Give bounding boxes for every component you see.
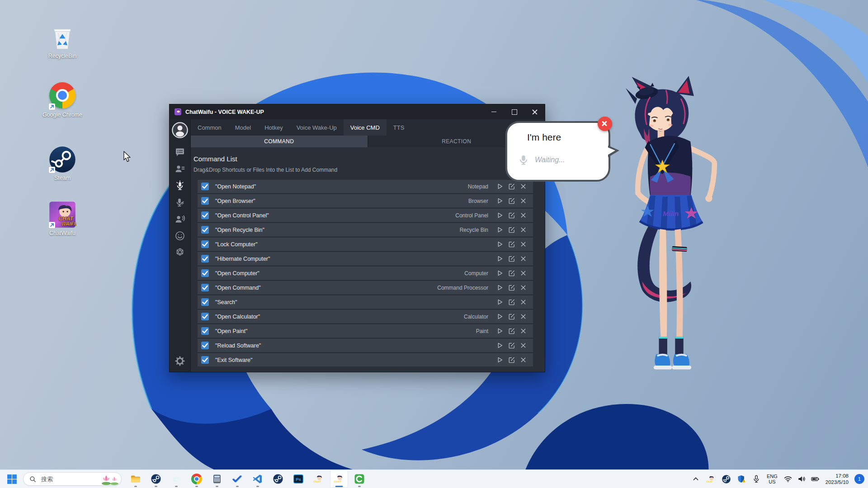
edit-button[interactable] — [505, 340, 517, 351]
delete-button[interactable] — [517, 340, 529, 351]
tab-hotkey[interactable]: Hotkey — [258, 119, 289, 136]
edit-button[interactable] — [505, 210, 517, 221]
play-button[interactable] — [494, 181, 505, 192]
delete-button[interactable] — [517, 181, 529, 192]
edit-button[interactable] — [505, 282, 517, 293]
taskbar-search[interactable] — [23, 472, 122, 486]
tab-voice-wake-up[interactable]: Voice Wake-Up — [290, 119, 344, 136]
delete-button[interactable] — [517, 326, 529, 337]
play-button[interactable] — [494, 196, 505, 206]
edit-button[interactable] — [505, 297, 517, 308]
edit-button[interactable] — [505, 196, 517, 206]
delete-button[interactable] — [517, 210, 529, 221]
edit-button[interactable] — [505, 355, 517, 366]
command-checkbox[interactable] — [201, 356, 209, 364]
delete-button[interactable] — [517, 196, 529, 206]
maximize-button[interactable] — [504, 104, 524, 119]
taskbar-microsoft-todo[interactable] — [228, 470, 246, 488]
delete-button[interactable] — [517, 282, 529, 293]
play-button[interactable] — [494, 326, 505, 337]
taskbar-calculator[interactable] — [208, 470, 226, 488]
edit-button[interactable] — [505, 253, 517, 264]
command-checkbox[interactable] — [201, 255, 209, 263]
edit-button[interactable] — [505, 239, 517, 250]
bubble-close-button[interactable] — [598, 117, 612, 131]
command-checkbox[interactable] — [201, 226, 209, 234]
play-button[interactable] — [494, 253, 505, 264]
command-checkbox[interactable] — [201, 313, 209, 320]
play-button[interactable] — [494, 239, 505, 250]
command-checkbox[interactable] — [201, 269, 209, 277]
language-indicator[interactable]: ENG US — [767, 474, 778, 485]
play-button[interactable] — [494, 297, 505, 308]
start-button[interactable] — [6, 474, 18, 485]
taskbar-file-explorer[interactable] — [127, 470, 145, 488]
desktop-icon-chatwaifu[interactable]: CHATWAIFU ChatWaifu — [40, 201, 85, 237]
search-input[interactable] — [40, 475, 100, 483]
edit-button[interactable] — [505, 181, 517, 192]
chevron-up-icon[interactable] — [691, 474, 700, 483]
desktop-icon-chrome[interactable]: Google Chrome — [40, 81, 85, 118]
command-checkbox[interactable] — [201, 284, 209, 291]
play-button[interactable] — [494, 225, 505, 235]
play-button[interactable] — [494, 355, 505, 366]
taskbar-vscode[interactable] — [249, 470, 267, 488]
microphone-icon[interactable] — [752, 474, 761, 483]
delete-button[interactable] — [517, 225, 529, 235]
openai-icon[interactable] — [175, 247, 185, 258]
window-titlebar[interactable]: ChatWaifu - VOICE WAKE-UP — [170, 104, 545, 119]
mic-wake-icon[interactable] — [175, 180, 185, 191]
command-checkbox[interactable] — [201, 342, 209, 349]
taskbar-chrome[interactable] — [188, 470, 206, 488]
close-button[interactable] — [524, 104, 545, 119]
tab-voice-cmd[interactable]: Voice CMD — [344, 119, 387, 136]
settings-gear-icon[interactable] — [175, 356, 185, 366]
avatar[interactable] — [171, 122, 189, 139]
tab-tts[interactable]: TTS — [387, 119, 411, 136]
taskbar-photoshop[interactable]: Ps — [289, 470, 307, 488]
taskbar-camtasia[interactable] — [350, 470, 368, 488]
minimize-button[interactable] — [484, 104, 504, 119]
play-button[interactable] — [494, 210, 505, 221]
delete-button[interactable] — [517, 239, 529, 250]
command-checkbox[interactable] — [201, 327, 209, 335]
edit-button[interactable] — [505, 326, 517, 337]
delete-button[interactable] — [517, 268, 529, 279]
wifi-icon[interactable] — [783, 474, 793, 483]
delete-button[interactable] — [517, 311, 529, 322]
taskbar-chatwaifu[interactable]: CHAT — [310, 470, 328, 488]
play-button[interactable] — [494, 340, 505, 351]
mic-flash-icon[interactable] — [175, 197, 185, 208]
edit-button[interactable] — [505, 268, 517, 279]
desktop-icon-steam[interactable]: Steam — [40, 145, 85, 182]
clock[interactable]: 17:08 2023/5/10 — [826, 473, 849, 485]
smiley-icon[interactable] — [175, 230, 185, 241]
security-shield-icon[interactable] — [737, 474, 746, 483]
subtab-command[interactable]: COMMAND — [191, 136, 368, 147]
contacts-icon[interactable] — [175, 164, 185, 174]
taskbar-edge[interactable] — [167, 470, 185, 488]
chat-list-icon[interactable] — [175, 147, 185, 158]
voice-person-icon[interactable] — [175, 214, 185, 225]
notification-badge[interactable]: 1 — [854, 474, 864, 484]
delete-button[interactable] — [517, 355, 529, 366]
taskbar-steam[interactable] — [147, 470, 165, 488]
taskbar-steam-2[interactable] — [269, 470, 287, 488]
play-button[interactable] — [494, 311, 505, 322]
taskbar-chatwaifu-active[interactable]: CHAT — [330, 470, 348, 488]
chatwaifu-icon[interactable]: CHAT — [706, 474, 716, 484]
desktop-icon-recycle-bin[interactable]: RecycleBin — [40, 23, 85, 60]
command-checkbox[interactable] — [201, 197, 209, 205]
play-button[interactable] — [494, 268, 505, 279]
command-checkbox[interactable] — [201, 183, 209, 190]
tab-model[interactable]: Model — [228, 119, 258, 136]
command-checkbox[interactable] — [201, 298, 209, 306]
volume-icon[interactable] — [797, 474, 806, 483]
tab-common[interactable]: Common — [191, 119, 228, 136]
play-button[interactable] — [494, 282, 505, 293]
delete-button[interactable] — [517, 297, 529, 308]
battery-icon[interactable] — [811, 474, 820, 483]
command-checkbox[interactable] — [201, 211, 209, 219]
steam-icon[interactable] — [722, 474, 731, 484]
edit-button[interactable] — [505, 311, 517, 322]
